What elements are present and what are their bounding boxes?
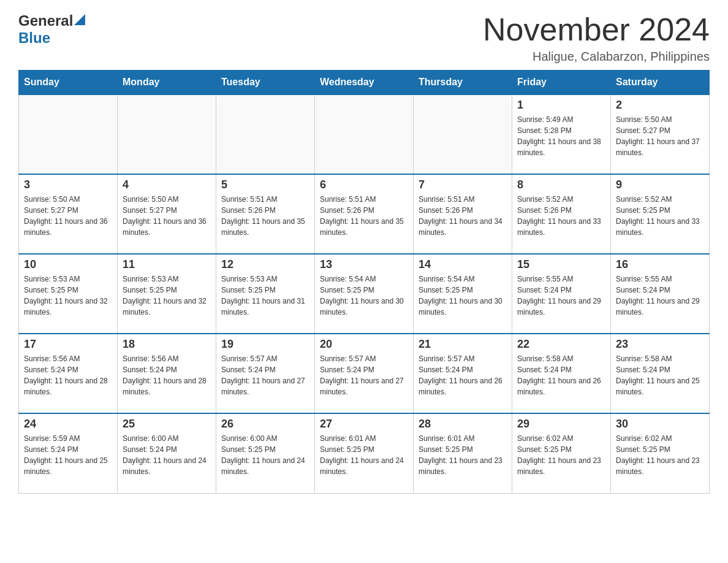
calendar-day-cell: 19Sunrise: 5:57 AMSunset: 5:24 PMDayligh… (216, 334, 315, 413)
calendar-day-cell: 13Sunrise: 5:54 AMSunset: 5:25 PMDayligh… (315, 254, 414, 334)
calendar-day-cell: 21Sunrise: 5:57 AMSunset: 5:24 PMDayligh… (414, 334, 512, 413)
calendar-day-cell: 29Sunrise: 6:02 AMSunset: 5:25 PMDayligh… (512, 413, 611, 493)
day-number: 21 (419, 338, 507, 351)
calendar-day-cell: 22Sunrise: 5:58 AMSunset: 5:24 PMDayligh… (512, 334, 611, 413)
calendar-day-cell: 17Sunrise: 5:56 AMSunset: 5:24 PMDayligh… (19, 334, 118, 413)
day-info: Sunrise: 5:51 AMSunset: 5:26 PMDaylight:… (320, 194, 408, 238)
calendar-week-row: 10Sunrise: 5:53 AMSunset: 5:25 PMDayligh… (19, 254, 710, 334)
day-number: 17 (24, 338, 112, 351)
calendar-day-cell: 4Sunrise: 5:50 AMSunset: 5:27 PMDaylight… (118, 174, 216, 254)
day-number: 7 (419, 178, 507, 191)
calendar-day-cell: 14Sunrise: 5:54 AMSunset: 5:25 PMDayligh… (414, 254, 512, 334)
calendar-day-cell: 25Sunrise: 6:00 AMSunset: 5:24 PMDayligh… (118, 413, 216, 493)
day-info: Sunrise: 5:55 AMSunset: 5:24 PMDaylight:… (616, 274, 704, 318)
calendar-week-row: 24Sunrise: 5:59 AMSunset: 5:24 PMDayligh… (19, 413, 710, 493)
day-number: 27 (320, 418, 408, 431)
calendar-day-cell: 1Sunrise: 5:49 AMSunset: 5:28 PMDaylight… (512, 94, 611, 174)
logo: General Blue (18, 12, 86, 47)
calendar-day-cell: 18Sunrise: 5:56 AMSunset: 5:24 PMDayligh… (118, 334, 216, 413)
calendar-day-cell: 24Sunrise: 5:59 AMSunset: 5:24 PMDayligh… (19, 413, 118, 493)
day-number: 10 (24, 258, 112, 271)
calendar-day-cell (315, 94, 414, 174)
day-number: 11 (123, 258, 211, 271)
calendar-day-cell: 6Sunrise: 5:51 AMSunset: 5:26 PMDaylight… (315, 174, 414, 254)
day-number: 4 (123, 178, 211, 191)
location-subtitle: Haligue, Calabarzon, Philippines (483, 50, 710, 64)
day-number: 26 (221, 418, 309, 431)
day-number: 23 (616, 338, 704, 351)
day-number: 28 (419, 418, 507, 431)
logo-blue-text: Blue (18, 29, 50, 46)
day-number: 5 (221, 178, 309, 191)
calendar-table: SundayMondayTuesdayWednesdayThursdayFrid… (18, 70, 710, 494)
day-number: 15 (517, 258, 605, 271)
calendar-day-header: Sunday (19, 71, 118, 95)
calendar-day-header: Tuesday (216, 71, 315, 95)
calendar-week-row: 1Sunrise: 5:49 AMSunset: 5:28 PMDaylight… (19, 94, 710, 174)
calendar-week-row: 3Sunrise: 5:50 AMSunset: 5:27 PMDaylight… (19, 174, 710, 254)
day-number: 19 (221, 338, 309, 351)
day-number: 16 (616, 258, 704, 271)
day-number: 3 (24, 178, 112, 191)
logo-general-text: General (18, 12, 73, 29)
calendar-day-cell: 10Sunrise: 5:53 AMSunset: 5:25 PMDayligh… (19, 254, 118, 334)
calendar-day-cell: 7Sunrise: 5:51 AMSunset: 5:26 PMDaylight… (414, 174, 512, 254)
day-info: Sunrise: 5:51 AMSunset: 5:26 PMDaylight:… (419, 194, 507, 238)
day-info: Sunrise: 5:53 AMSunset: 5:25 PMDaylight:… (24, 274, 112, 318)
day-info: Sunrise: 5:53 AMSunset: 5:25 PMDaylight:… (123, 274, 211, 318)
calendar-day-cell: 27Sunrise: 6:01 AMSunset: 5:25 PMDayligh… (315, 413, 414, 493)
calendar-day-cell (118, 94, 216, 174)
month-title: November 2024 (483, 12, 710, 47)
day-info: Sunrise: 6:01 AMSunset: 5:25 PMDaylight:… (419, 433, 507, 477)
calendar-day-cell: 5Sunrise: 5:51 AMSunset: 5:26 PMDaylight… (216, 174, 315, 254)
day-info: Sunrise: 5:54 AMSunset: 5:25 PMDaylight:… (419, 274, 507, 318)
day-info: Sunrise: 5:58 AMSunset: 5:24 PMDaylight:… (517, 353, 605, 397)
calendar-day-cell (414, 94, 512, 174)
calendar-day-cell: 11Sunrise: 5:53 AMSunset: 5:25 PMDayligh… (118, 254, 216, 334)
calendar-day-cell (216, 94, 315, 174)
calendar-day-header: Friday (512, 71, 611, 95)
day-number: 22 (517, 338, 605, 351)
day-info: Sunrise: 5:51 AMSunset: 5:26 PMDaylight:… (221, 194, 309, 238)
day-number: 25 (123, 418, 211, 431)
calendar-day-cell: 16Sunrise: 5:55 AMSunset: 5:24 PMDayligh… (611, 254, 710, 334)
day-info: Sunrise: 6:02 AMSunset: 5:25 PMDaylight:… (616, 433, 704, 477)
day-info: Sunrise: 6:01 AMSunset: 5:25 PMDaylight:… (320, 433, 408, 477)
day-number: 18 (123, 338, 211, 351)
calendar-day-cell: 12Sunrise: 5:53 AMSunset: 5:25 PMDayligh… (216, 254, 315, 334)
day-number: 6 (320, 178, 408, 191)
day-info: Sunrise: 5:59 AMSunset: 5:24 PMDaylight:… (24, 433, 112, 477)
calendar-day-header: Monday (118, 71, 216, 95)
day-info: Sunrise: 5:54 AMSunset: 5:25 PMDaylight:… (320, 274, 408, 318)
calendar-day-header: Thursday (414, 71, 512, 95)
day-info: Sunrise: 5:57 AMSunset: 5:24 PMDaylight:… (221, 353, 309, 397)
day-number: 30 (616, 418, 704, 431)
day-info: Sunrise: 5:52 AMSunset: 5:25 PMDaylight:… (616, 194, 704, 238)
calendar-header-row: SundayMondayTuesdayWednesdayThursdayFrid… (19, 71, 710, 95)
calendar-day-cell: 8Sunrise: 5:52 AMSunset: 5:26 PMDaylight… (512, 174, 611, 254)
title-area: November 2024 Haligue, Calabarzon, Phili… (483, 12, 710, 64)
day-number: 14 (419, 258, 507, 271)
page-header: General Blue November 2024 Haligue, Cala… (18, 12, 710, 64)
day-info: Sunrise: 6:02 AMSunset: 5:25 PMDaylight:… (517, 433, 605, 477)
day-number: 20 (320, 338, 408, 351)
calendar-day-cell: 23Sunrise: 5:58 AMSunset: 5:24 PMDayligh… (611, 334, 710, 413)
day-info: Sunrise: 5:53 AMSunset: 5:25 PMDaylight:… (221, 274, 309, 318)
day-info: Sunrise: 6:00 AMSunset: 5:25 PMDaylight:… (221, 433, 309, 477)
day-number: 24 (24, 418, 112, 431)
day-info: Sunrise: 6:00 AMSunset: 5:24 PMDaylight:… (123, 433, 211, 477)
calendar-day-cell: 15Sunrise: 5:55 AMSunset: 5:24 PMDayligh… (512, 254, 611, 334)
day-info: Sunrise: 5:55 AMSunset: 5:24 PMDaylight:… (517, 274, 605, 318)
logo-triangle-icon (74, 14, 85, 25)
day-info: Sunrise: 5:49 AMSunset: 5:28 PMDaylight:… (517, 114, 605, 158)
day-number: 9 (616, 178, 704, 191)
calendar-day-cell: 28Sunrise: 6:01 AMSunset: 5:25 PMDayligh… (414, 413, 512, 493)
day-info: Sunrise: 5:56 AMSunset: 5:24 PMDaylight:… (123, 353, 211, 397)
calendar-day-cell: 9Sunrise: 5:52 AMSunset: 5:25 PMDaylight… (611, 174, 710, 254)
calendar-day-cell: 30Sunrise: 6:02 AMSunset: 5:25 PMDayligh… (611, 413, 710, 493)
day-number: 29 (517, 418, 605, 431)
day-number: 8 (517, 178, 605, 191)
calendar-week-row: 17Sunrise: 5:56 AMSunset: 5:24 PMDayligh… (19, 334, 710, 413)
day-info: Sunrise: 5:50 AMSunset: 5:27 PMDaylight:… (616, 114, 704, 158)
day-number: 12 (221, 258, 309, 271)
